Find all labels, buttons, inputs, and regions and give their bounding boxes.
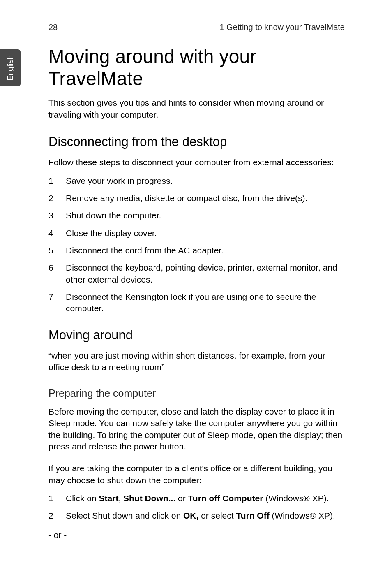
list-item: Disconnect the cord from the AC adapter. — [48, 245, 344, 256]
list-item: Save your work in progress. — [48, 175, 344, 187]
list-item: Disconnect the Kensington lock if you ar… — [48, 291, 344, 315]
text-fragment: Click on — [66, 493, 99, 503]
page-number: 28 — [48, 23, 58, 32]
page-title: Moving around with your TravelMate — [48, 45, 344, 90]
shutdown-steps: Click on Start, Shut Down... or Turn off… — [48, 493, 344, 522]
moving-quote: “when you are just moving within short d… — [48, 350, 344, 373]
list-item: Select Shut down and click on OK, or sel… — [48, 510, 344, 521]
text-fragment: , — [118, 493, 123, 503]
or-text: - or - — [48, 529, 344, 541]
language-tab: English — [0, 49, 21, 86]
bold-text: Turn off Computer — [188, 493, 263, 503]
text-fragment: or — [175, 493, 188, 503]
list-item: Click on Start, Shut Down... or Turn off… — [48, 493, 344, 504]
bold-text: OK, — [183, 511, 198, 520]
preparing-para2: If you are taking the computer to a clie… — [48, 463, 344, 486]
text-fragment: (Windows® XP). — [270, 511, 335, 520]
bold-text: Shut Down... — [123, 493, 175, 503]
text-fragment: or select — [198, 511, 236, 520]
section-heading-moving: Moving around — [48, 328, 344, 343]
list-item: Shut down the computer. — [48, 210, 344, 221]
list-item: Remove any media, diskette or compact di… — [48, 192, 344, 204]
language-label: English — [6, 55, 15, 81]
running-title: 1 Getting to know your TravelMate — [219, 23, 345, 32]
disconnect-steps: Save your work in progress. Remove any m… — [48, 175, 344, 315]
section-heading-disconnect: Disconnecting from the desktop — [48, 134, 344, 149]
subsection-heading-preparing: Preparing the computer — [48, 387, 344, 399]
page-header: 28 1 Getting to know your TravelMate — [48, 23, 345, 32]
disconnect-lead: Follow these steps to disconnect your co… — [48, 157, 344, 169]
intro-paragraph: This section gives you tips and hints to… — [48, 97, 344, 120]
list-item: Disconnect the keyboard, pointing device… — [48, 262, 344, 285]
text-fragment: (Windows® XP). — [263, 493, 329, 503]
content-area: Moving around with your TravelMate This … — [48, 41, 344, 555]
page: English 28 1 Getting to know your Travel… — [0, 0, 392, 563]
list-item: Close the display cover. — [48, 227, 344, 239]
bold-text: Start — [99, 493, 119, 503]
preparing-para1: Before moving the computer, close and la… — [48, 406, 344, 453]
text-fragment: Select Shut down and click on — [66, 511, 183, 520]
bold-text: Turn Off — [236, 511, 269, 520]
